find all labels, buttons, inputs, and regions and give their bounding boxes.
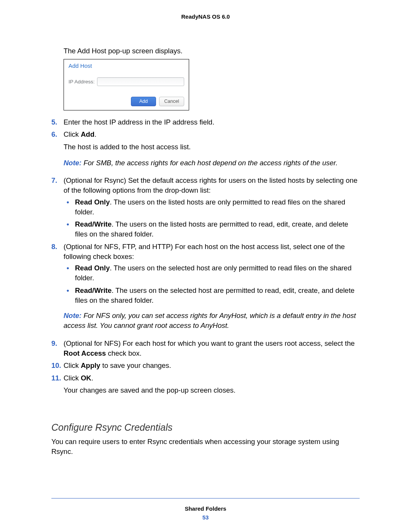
step-6: Click Add.	[51, 129, 360, 139]
note-2-label: Note:	[64, 312, 83, 320]
step-7-bullet-2-rest: . The users on the listed hosts are perm…	[75, 220, 348, 238]
step-6-prefix: Click	[64, 130, 81, 138]
step-7-bullet-2: Read/Write. The users on the listed host…	[64, 219, 360, 240]
step-9: (Optional for NFS) For each host for whi…	[51, 339, 360, 359]
note-1-body: For SMB, the access rights for each host…	[83, 159, 338, 167]
step-7-bullet-1-rest: . The users on the listed hosts are only…	[75, 198, 345, 216]
step-11-prefix: Click	[64, 374, 81, 382]
step-9-b: check box.	[106, 349, 142, 357]
ip-address-label: IP Address:	[68, 79, 95, 85]
cancel-button[interactable]: Cancel	[159, 97, 184, 106]
step-11-followup: Your changes are saved and the pop-up sc…	[64, 385, 360, 395]
step-5-text: Enter the host IP address in the IP addr…	[64, 118, 214, 126]
step-8-bullet-1-rest: . The users on the selected host are onl…	[75, 264, 352, 282]
step-8: (Optional for NFS, FTP, and HTTP) For ea…	[51, 242, 360, 306]
add-host-dialog: Add Host IP Address: Add Cancel	[64, 59, 189, 110]
step-10-prefix: Click	[64, 361, 81, 369]
add-button[interactable]: Add	[131, 97, 156, 106]
step-8-text: (Optional for NFS, FTP, and HTTP) For ea…	[64, 243, 345, 260]
step-8-bullet-2-rest: . The users on the selected host are per…	[75, 286, 355, 304]
note-1-label: Note:	[64, 159, 83, 167]
step-10-bold: Apply	[81, 361, 100, 369]
step-8-bullet-2-bold: Read/Write	[75, 286, 112, 294]
step-10-suffix: to save your changes.	[100, 361, 171, 369]
section-body: You can require users to enter Rsync cre…	[51, 437, 360, 457]
step-6-bold: Add	[81, 130, 94, 138]
ip-address-input[interactable]	[97, 77, 184, 86]
step-5: Enter the host IP address in the IP addr…	[51, 117, 360, 127]
note-1: Note: For SMB, the access rights for eac…	[64, 158, 360, 168]
step-11-bold: OK	[81, 374, 91, 382]
footer-page-number: 53	[51, 514, 360, 521]
page-footer: Shared Folders 53	[51, 498, 360, 521]
section-heading: Configure Rsync Credentials	[51, 422, 360, 433]
note-2-body: For NFS only, you can set access rights …	[64, 312, 356, 329]
step-8-bullet-2: Read/Write. The users on the selected ho…	[64, 286, 360, 306]
step-7-bullet-2-bold: Read/Write	[75, 220, 112, 228]
note-2: Note: For NFS only, you can set access r…	[64, 311, 360, 331]
footer-title: Shared Folders	[51, 505, 360, 512]
step-8-bullet-1-bold: Read Only	[75, 264, 110, 272]
step-9-a: (Optional for NFS) For each host for whi…	[64, 339, 355, 347]
step-6-suffix: .	[94, 130, 96, 138]
step-11-suffix: .	[91, 374, 93, 382]
dialog-title: Add Host	[68, 62, 184, 69]
step-7-text: (Optional for Rsync) Set the default acc…	[64, 176, 357, 194]
step-7-bullet-1: Read Only. The users on the listed hosts…	[64, 197, 360, 217]
step-7: (Optional for Rsync) Set the default acc…	[51, 176, 360, 240]
step-10: Click Apply to save your changes.	[51, 361, 360, 371]
step-11: Click OK.	[51, 373, 360, 383]
running-head: ReadyNAS OS 6.0	[51, 13, 360, 20]
intro-text: The Add Host pop-up screen displays.	[64, 46, 360, 56]
ip-address-row: IP Address:	[68, 77, 184, 86]
step-6-followup: The host is added to the host access lis…	[64, 142, 360, 152]
step-9-bold: Root Access	[64, 349, 106, 357]
step-7-bullet-1-bold: Read Only	[75, 198, 110, 206]
step-8-bullet-1: Read Only. The users on the selected hos…	[64, 263, 360, 283]
